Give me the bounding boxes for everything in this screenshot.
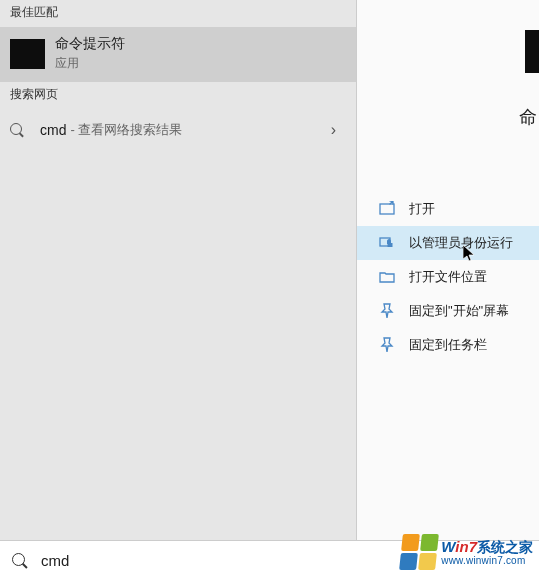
best-match-header: 最佳匹配 xyxy=(0,0,356,27)
result-text: 命令提示符 应用 xyxy=(55,35,125,72)
details-title: 命 xyxy=(519,105,537,129)
web-search-header: 搜索网页 xyxy=(0,82,356,109)
details-cmd-icon xyxy=(525,30,539,73)
cmd-icon xyxy=(10,39,45,69)
action-list: 打开 以管理员身份运行 打开文件位置 固定到"开始"屏幕 xyxy=(357,192,539,362)
search-results-panel: 最佳匹配 命令提示符 应用 搜索网页 cmd - 查看网络搜索结果 › xyxy=(0,0,356,540)
action-open-file-location[interactable]: 打开文件位置 xyxy=(357,260,539,294)
action-label: 打开 xyxy=(409,200,435,218)
pin-taskbar-icon xyxy=(379,337,395,353)
best-match-result[interactable]: 命令提示符 应用 xyxy=(0,27,356,82)
web-hint: - 查看网络搜索结果 xyxy=(70,121,182,139)
chevron-right-icon: › xyxy=(331,121,336,139)
action-label: 以管理员身份运行 xyxy=(409,234,513,252)
action-label: 固定到"开始"屏幕 xyxy=(409,302,509,320)
result-title: 命令提示符 xyxy=(55,35,125,53)
open-icon xyxy=(379,201,395,217)
action-label: 固定到任务栏 xyxy=(409,336,487,354)
svg-rect-0 xyxy=(380,204,394,214)
action-label: 打开文件位置 xyxy=(409,268,487,286)
action-open[interactable]: 打开 xyxy=(357,192,539,226)
web-search-result[interactable]: cmd - 查看网络搜索结果 › xyxy=(0,109,356,151)
action-run-as-admin[interactable]: 以管理员身份运行 xyxy=(357,226,539,260)
search-bar xyxy=(0,540,539,580)
pin-start-icon xyxy=(379,303,395,319)
web-query: cmd xyxy=(40,122,66,138)
svg-rect-2 xyxy=(388,243,393,247)
action-pin-to-taskbar[interactable]: 固定到任务栏 xyxy=(357,328,539,362)
run-admin-icon xyxy=(379,235,395,251)
search-input[interactable] xyxy=(41,552,301,569)
action-pin-to-start[interactable]: 固定到"开始"屏幕 xyxy=(357,294,539,328)
result-subtitle: 应用 xyxy=(55,55,125,72)
file-location-icon xyxy=(379,269,395,285)
details-panel: 命 打开 以管理员身份运行 打开文件位置 xyxy=(356,0,539,540)
search-icon xyxy=(10,123,24,137)
search-icon xyxy=(12,553,27,568)
